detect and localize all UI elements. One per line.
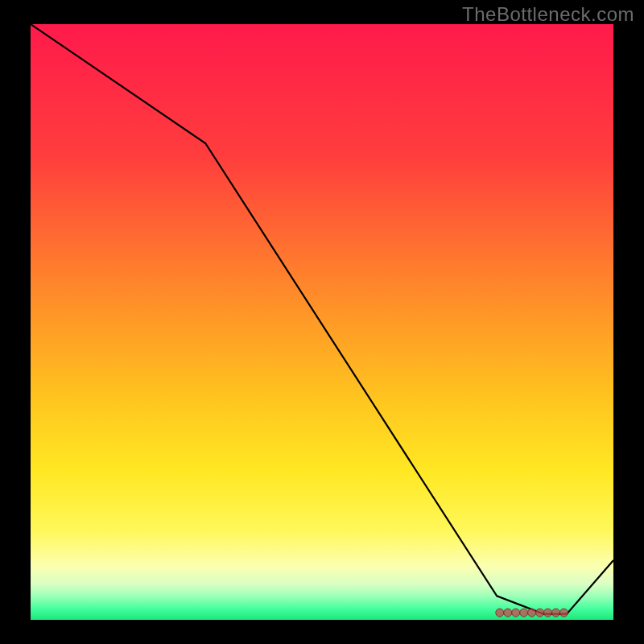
- plot-area: [31, 24, 613, 620]
- watermark-text: TheBottleneck.com: [462, 3, 634, 26]
- marker-dot: [520, 609, 528, 617]
- marker-dot: [544, 609, 552, 617]
- chart-frame: TheBottleneck.com: [0, 0, 644, 644]
- marker-dot: [552, 609, 560, 617]
- marker-dot: [504, 609, 512, 617]
- chart-svg: [31, 24, 613, 620]
- marker-dot: [496, 609, 504, 617]
- marker-dot: [536, 609, 544, 617]
- marker-dot: [512, 609, 520, 617]
- marker-dot: [560, 609, 568, 617]
- marker-dot: [528, 609, 536, 617]
- gradient-background: [31, 24, 613, 620]
- marker-cluster: [496, 609, 568, 617]
